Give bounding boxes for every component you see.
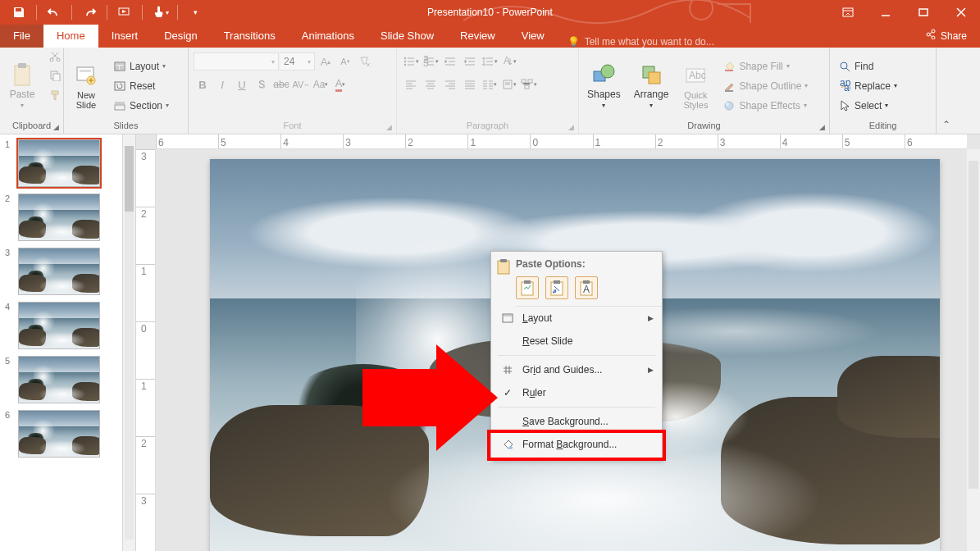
- line-spacing-icon[interactable]: ▾: [481, 52, 499, 71]
- collapse-ribbon-icon[interactable]: ⌃: [937, 48, 956, 134]
- tab-animations[interactable]: Animations: [289, 25, 367, 48]
- tab-review[interactable]: Review: [447, 25, 508, 48]
- thumbnail[interactable]: [18, 302, 100, 349]
- titlebar-decoration: [455, 0, 783, 25]
- maximize-icon[interactable]: [905, 0, 942, 25]
- layout-small-icon: [501, 312, 514, 325]
- dialog-launcher-icon[interactable]: ◢: [51, 122, 61, 132]
- change-case-icon[interactable]: Aa▾: [312, 75, 330, 93]
- menu-reset-slide[interactable]: Reset Slide: [491, 330, 662, 353]
- bold-icon[interactable]: B: [194, 75, 212, 93]
- touch-mode-icon[interactable]: ▾: [146, 0, 174, 25]
- ribbon-display-options-icon[interactable]: [829, 0, 867, 25]
- select-button[interactable]: Select ▾: [835, 97, 900, 115]
- thumbnail[interactable]: [18, 410, 100, 458]
- slide-thumb-1[interactable]: 1: [0, 139, 122, 187]
- save-icon[interactable]: [5, 0, 33, 25]
- minimize-icon[interactable]: [867, 0, 905, 25]
- tell-me-input[interactable]: [585, 36, 798, 48]
- shape-outline-button[interactable]: Shape Outline ▾: [719, 77, 811, 95]
- slide-thumb-5[interactable]: 5: [0, 356, 122, 403]
- slide-thumb-2[interactable]: 2: [0, 194, 122, 241]
- thumbnail[interactable]: [18, 194, 100, 241]
- menu-format-background[interactable]: Format Background...: [491, 433, 662, 456]
- tab-home[interactable]: Home: [43, 25, 98, 48]
- format-painter-icon[interactable]: [46, 86, 64, 104]
- cut-icon[interactable]: [46, 47, 64, 65]
- shapes-button[interactable]: Shapes▾: [584, 60, 624, 112]
- align-center-icon[interactable]: [422, 75, 440, 93]
- character-spacing-icon[interactable]: AV↔: [292, 75, 310, 93]
- reset-button[interactable]: Reset: [110, 77, 172, 95]
- thumbnail[interactable]: [18, 356, 100, 403]
- slide-thumb-6[interactable]: 6: [0, 410, 122, 458]
- strikethrough-icon[interactable]: abc: [272, 75, 290, 93]
- increase-font-icon[interactable]: A▴: [317, 52, 335, 71]
- layout-button[interactable]: Layout ▾: [110, 57, 172, 75]
- dialog-launcher-icon[interactable]: ◢: [384, 122, 394, 132]
- italic-icon[interactable]: I: [213, 75, 231, 93]
- text-direction-icon[interactable]: A▾: [500, 52, 518, 71]
- shadow-icon[interactable]: S: [253, 75, 271, 93]
- numbering-icon[interactable]: 123▾: [422, 52, 440, 71]
- share-button[interactable]: Share: [913, 25, 980, 48]
- tab-transitions[interactable]: Transitions: [211, 25, 289, 48]
- tab-insert[interactable]: Insert: [98, 25, 152, 48]
- customize-qat-icon[interactable]: ▾: [181, 0, 209, 25]
- font-color-icon[interactable]: A▾: [331, 75, 349, 93]
- bullets-icon[interactable]: ▾: [402, 52, 420, 71]
- menu-save-background[interactable]: Save Background...: [491, 410, 662, 433]
- thumbnail[interactable]: [18, 139, 100, 187]
- close-icon[interactable]: [942, 0, 980, 25]
- tab-design[interactable]: Design: [151, 25, 210, 48]
- dialog-launcher-icon[interactable]: ◢: [566, 122, 576, 132]
- align-right-icon[interactable]: [441, 75, 459, 93]
- tab-file[interactable]: File: [0, 25, 43, 48]
- font-size-input[interactable]: 24▾: [280, 52, 315, 71]
- redo-icon[interactable]: [75, 0, 103, 25]
- replace-button[interactable]: abacReplace ▾: [835, 77, 900, 95]
- quick-styles-button[interactable]: Abc Quick Styles: [678, 61, 713, 112]
- smartart-icon[interactable]: ▾: [520, 75, 538, 93]
- align-text-icon[interactable]: ▾: [500, 75, 518, 93]
- menu-ruler[interactable]: ✓ Ruler: [491, 381, 662, 404]
- paste-keep-source-icon[interactable]: [545, 276, 568, 299]
- font-name-input[interactable]: ▾: [194, 52, 279, 71]
- columns-icon[interactable]: ▾: [481, 75, 499, 93]
- svg-rect-29: [528, 80, 532, 83]
- decrease-font-icon[interactable]: A▾: [336, 52, 354, 71]
- align-left-icon[interactable]: [402, 75, 420, 93]
- new-slide-button[interactable]: New Slide: [69, 61, 103, 112]
- paste-text-only-icon[interactable]: A: [575, 276, 598, 299]
- paste-button[interactable]: Paste▾: [5, 60, 39, 112]
- dialog-launcher-icon[interactable]: ◢: [817, 122, 827, 132]
- slide-thumb-3[interactable]: 3: [0, 248, 122, 295]
- vertical-ruler[interactable]: 3210123: [136, 149, 156, 551]
- editor-scrollbar[interactable]: [967, 149, 980, 551]
- horizontal-ruler[interactable]: 6543210123456: [156, 134, 967, 149]
- menu-grid-guides[interactable]: Grid and Guides... ▶: [491, 358, 662, 381]
- thumbnail-scrollbar[interactable]: [123, 134, 136, 551]
- arrange-button[interactable]: Arrange▾: [631, 60, 672, 112]
- tab-view[interactable]: View: [508, 25, 558, 48]
- start-from-beginning-icon[interactable]: [111, 0, 139, 25]
- underline-icon[interactable]: U: [233, 75, 251, 93]
- copy-icon[interactable]: [46, 66, 64, 84]
- section-button[interactable]: Section ▾: [110, 97, 172, 115]
- svg-rect-52: [504, 315, 512, 316]
- undo-icon[interactable]: [40, 0, 68, 25]
- thumbnail[interactable]: [18, 248, 100, 295]
- find-button[interactable]: Find: [835, 57, 900, 75]
- svg-point-38: [726, 102, 729, 106]
- increase-indent-icon[interactable]: [461, 52, 479, 71]
- tell-me[interactable]: 💡: [558, 36, 913, 48]
- paste-dest-theme-icon[interactable]: [516, 276, 539, 299]
- menu-layout[interactable]: Layout ▶: [491, 307, 662, 330]
- decrease-indent-icon[interactable]: [441, 52, 459, 71]
- justify-icon[interactable]: [461, 75, 479, 93]
- shape-fill-button[interactable]: Shape Fill ▾: [719, 57, 811, 75]
- slide-thumb-4[interactable]: 4: [0, 302, 122, 349]
- clear-formatting-icon[interactable]: [356, 52, 374, 71]
- shape-effects-button[interactable]: Shape Effects ▾: [719, 97, 811, 115]
- tab-slideshow[interactable]: Slide Show: [367, 25, 447, 48]
